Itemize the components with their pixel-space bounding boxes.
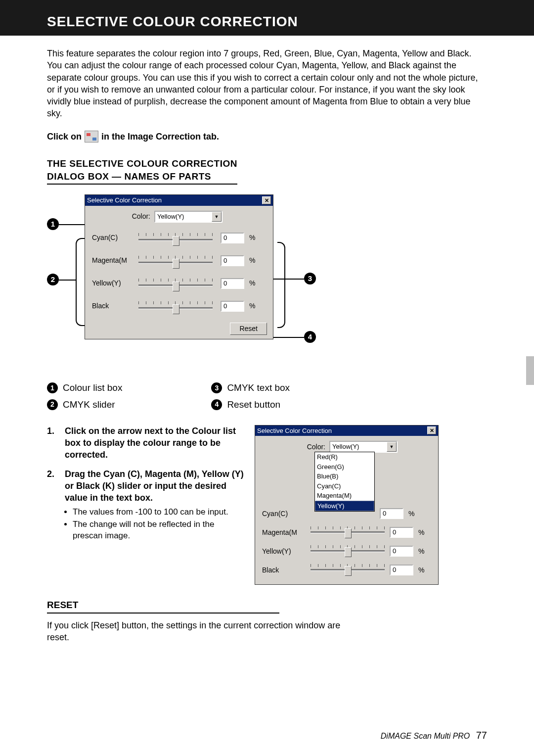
textbox2-black[interactable]: 0 bbox=[390, 565, 413, 575]
slider-black[interactable] bbox=[138, 300, 213, 312]
row-yellow: Yellow(Y) 0 % bbox=[92, 273, 267, 294]
page-title: SELECTIVE COLOUR CORRECTION bbox=[0, 0, 534, 36]
option-red[interactable]: Red(R) bbox=[315, 452, 374, 462]
slider-cyan[interactable] bbox=[138, 232, 213, 244]
step-1: 1. Click on the arrow next to the Colour… bbox=[47, 425, 245, 461]
step-2-num: 2. bbox=[47, 468, 59, 543]
callout-1: 1 bbox=[47, 218, 59, 230]
option-cyan[interactable]: Cyan(C) bbox=[315, 481, 374, 491]
color-label-2: Color: bbox=[307, 442, 325, 452]
color-label: Color: bbox=[132, 212, 150, 221]
dialog2-title: Selective Color Correction bbox=[257, 426, 332, 435]
option-blue[interactable]: Blue(B) bbox=[315, 472, 374, 481]
reset-button[interactable]: Reset bbox=[230, 323, 267, 335]
step-2-bullet-1: The values from -100 to 100 can be input… bbox=[73, 507, 245, 518]
dialog-selective-color-1: Selective Color Correction ✕ Color: Yell… bbox=[85, 194, 273, 339]
click-after: in the Image Correction tab. bbox=[101, 131, 219, 142]
section-heading-names-of-parts: THE SELECTIVE COLOUR CORRECTION DIALOG B… bbox=[47, 157, 237, 185]
slider-yellow[interactable] bbox=[138, 278, 213, 289]
click-before: Click on bbox=[47, 131, 82, 142]
color-listbox-2[interactable]: Yellow(Y) ▼ bbox=[329, 441, 398, 453]
textbox-cyan[interactable]: 0 bbox=[221, 233, 244, 243]
pct-magenta: % bbox=[249, 256, 255, 265]
legend-num-2: 2 bbox=[47, 399, 58, 410]
row-black: Black 0 % bbox=[92, 296, 267, 317]
pct2-cyan: % bbox=[408, 509, 414, 519]
pct-cyan: % bbox=[249, 233, 255, 242]
label-black: Black bbox=[92, 301, 135, 311]
option-yellow-highlight[interactable]: Yellow(Y) bbox=[315, 501, 374, 512]
dialog-selective-color-2: Selective Color Correction ✕ Color: Yell… bbox=[255, 425, 439, 585]
legend-num-1: 1 bbox=[47, 382, 58, 393]
label-magenta: Magenta(M bbox=[92, 256, 135, 265]
textbox-magenta[interactable]: 0 bbox=[221, 255, 244, 266]
footer-product: DiMAGE Scan Multi PRO bbox=[381, 732, 470, 740]
footer-page-number: 77 bbox=[476, 730, 487, 741]
pct-black: % bbox=[249, 301, 255, 311]
pct2-yellow: % bbox=[418, 547, 424, 556]
color-dropdown-open[interactable]: Red(R) Green(G) Blue(B) Cyan(C) Magenta(… bbox=[314, 452, 375, 512]
label-yellow: Yellow(Y) bbox=[92, 279, 135, 288]
color-listbox[interactable]: Yellow(Y) ▼ bbox=[154, 211, 222, 223]
legend-num-4: 4 bbox=[211, 399, 222, 410]
chevron-down-icon[interactable]: ▼ bbox=[387, 442, 397, 452]
option-magenta[interactable]: Magenta(M) bbox=[315, 491, 374, 501]
step-1-text: Click on the arrow next to the Colour li… bbox=[65, 426, 236, 460]
slider2-yellow[interactable] bbox=[311, 545, 385, 557]
step-1-num: 1. bbox=[47, 425, 59, 461]
legend-num-3: 3 bbox=[211, 382, 222, 393]
dialog-diagram: 1 2 3 4 Selective Color Correction ✕ Col… bbox=[47, 194, 324, 373]
section-heading-line2: DIALOG BOX — NAMES OF PARTS bbox=[47, 171, 211, 182]
legend: 1Colour list box 2CMYK slider 3CMYK text… bbox=[47, 381, 487, 411]
slider-magenta[interactable] bbox=[138, 255, 213, 267]
legend-1: Colour list box bbox=[63, 381, 122, 394]
textbox-yellow[interactable]: 0 bbox=[221, 278, 244, 289]
legend-4: Reset button bbox=[227, 398, 280, 411]
dialog1-title: Selective Color Correction bbox=[87, 196, 162, 205]
chevron-down-icon[interactable]: ▼ bbox=[212, 212, 222, 222]
reset-text: If you click [Reset] button, the setting… bbox=[47, 619, 354, 644]
textbox-black[interactable]: 0 bbox=[221, 301, 244, 312]
selective-color-icon bbox=[85, 131, 98, 142]
pct2-black: % bbox=[418, 566, 424, 575]
callout-3: 3 bbox=[304, 273, 316, 284]
step-2: 2. Drag the Cyan (C), Magenta (M), Yello… bbox=[47, 468, 245, 543]
label2-yellow: Yellow(Y) bbox=[262, 547, 306, 556]
close-icon[interactable]: ✕ bbox=[262, 196, 271, 204]
label2-cyan: Cyan(C) bbox=[262, 509, 306, 519]
click-instruction: Click on in the Image Correction tab. bbox=[47, 131, 487, 142]
row2-magenta: Magenta(M 0 % bbox=[262, 524, 432, 541]
step-2-bullet-2: The change will not be reflected in the … bbox=[73, 519, 245, 542]
label2-black: Black bbox=[262, 566, 306, 575]
textbox2-cyan[interactable]: 0 bbox=[380, 508, 403, 519]
row-cyan: Cyan(C) 0 % bbox=[92, 228, 267, 248]
textbox2-magenta[interactable]: 0 bbox=[390, 527, 413, 538]
callout-4: 4 bbox=[304, 331, 316, 343]
row2-yellow: Yellow(Y) 0 % bbox=[262, 543, 432, 560]
pct2-magenta: % bbox=[418, 528, 424, 537]
row2-black: Black 0 % bbox=[262, 562, 432, 578]
reset-heading: RESET bbox=[47, 599, 279, 614]
section-heading-line1: THE SELECTIVE COLOUR CORRECTION bbox=[47, 158, 237, 169]
color-listbox-2-value: Yellow(Y) bbox=[332, 442, 359, 451]
slider2-magenta[interactable] bbox=[311, 526, 385, 538]
slider2-black[interactable] bbox=[311, 564, 385, 576]
color-listbox-value: Yellow(Y) bbox=[157, 212, 184, 221]
option-green[interactable]: Green(G) bbox=[315, 462, 374, 472]
intro-paragraph: This feature separates the colour region… bbox=[47, 47, 487, 120]
label-cyan: Cyan(C) bbox=[92, 233, 135, 242]
thumb-tab bbox=[526, 356, 534, 385]
callout-2: 2 bbox=[47, 274, 59, 285]
row-magenta: Magenta(M 0 % bbox=[92, 250, 267, 271]
step-2-text: Drag the Cyan (C), Magenta (M), Yellow (… bbox=[65, 469, 244, 503]
textbox2-yellow[interactable]: 0 bbox=[390, 546, 413, 557]
legend-2: CMYK slider bbox=[63, 398, 115, 411]
label2-magenta: Magenta(M bbox=[262, 528, 306, 537]
close-icon[interactable]: ✕ bbox=[427, 426, 436, 434]
legend-3: CMYK text box bbox=[227, 381, 290, 394]
footer: DiMAGE Scan Multi PRO 77 bbox=[381, 730, 487, 741]
pct-yellow: % bbox=[249, 279, 255, 288]
